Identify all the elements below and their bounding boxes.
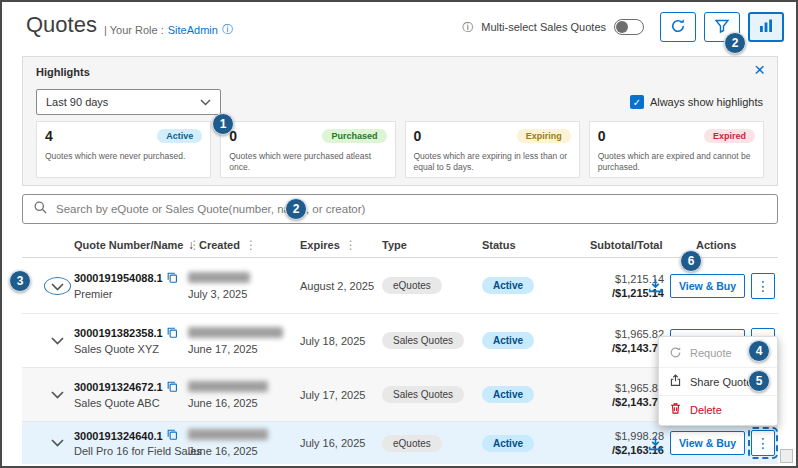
refresh-icon: [670, 18, 686, 37]
table-row: 3000191954088.1 Premier July 3, 2025 Aug…: [22, 258, 778, 314]
menu-item-label: Delete: [690, 404, 722, 416]
role-value: SiteAdmin: [168, 24, 218, 36]
status-badge: Expired: [704, 129, 755, 143]
quote-number: 3000191382358.1: [74, 327, 163, 339]
search-input[interactable]: [56, 203, 767, 215]
subtotal-cell: $1,965.82 /$2,143.79: [542, 368, 664, 421]
total-value: /$2,143.79: [612, 396, 664, 408]
type-badge: Sales Quotes: [382, 386, 464, 403]
highlight-card-expired: 0 Expired Quotes which are expired and c…: [589, 121, 764, 178]
callout-3: 3: [9, 270, 31, 292]
page-header: Quotes | Your Role : SiteAdmin ⓘ ⓘ Multi…: [2, 2, 796, 52]
card-description: Quotes which were purchased atleast once…: [229, 151, 389, 174]
page-title: Quotes: [26, 12, 97, 38]
actions-cell: View & Buy ⋮: [647, 422, 775, 464]
column-label: Actions: [696, 239, 736, 251]
column-label: Quote Number/Name: [74, 239, 183, 251]
quote-number: 3000191954088.1: [74, 272, 163, 284]
copy-icon[interactable]: [167, 381, 178, 394]
view-buy-button[interactable]: View & Buy: [670, 274, 745, 298]
role-info-icon[interactable]: ⓘ: [222, 22, 233, 37]
highlights-panel: Highlights × Last 90 days ✓ Always show …: [22, 56, 778, 186]
created-date: June 16, 2025: [188, 445, 288, 457]
column-menu-icon[interactable]: ⋮: [345, 238, 357, 252]
column-subtotal: Subtotal/Total: [590, 239, 663, 251]
type-badge: eQuotes: [382, 277, 442, 294]
card-description: Quotes which are expiring in less than o…: [414, 151, 574, 174]
multiselect-label: Multi-select Sales Quotes: [481, 21, 606, 33]
quote-cell: 3000191324640.1 Dell Pro 16 for Field Sa…: [74, 422, 204, 464]
callout-2-filter: 2: [724, 32, 746, 54]
subtotal-value: $1,965.82: [615, 328, 664, 340]
redacted-creator: [188, 327, 283, 338]
multiselect-info-icon[interactable]: ⓘ: [462, 20, 473, 35]
callout-4: 4: [748, 340, 770, 362]
highlight-card-purchased: 0 Purchased Quotes which were purchased …: [220, 121, 395, 178]
subtotal-cell: $1,215.14 /$1,215.14: [542, 258, 664, 313]
always-show-label: Always show highlights: [650, 96, 763, 108]
view-buy-button[interactable]: View & Buy: [670, 431, 745, 455]
close-icon[interactable]: ×: [754, 60, 765, 79]
callout-5: 5: [748, 370, 770, 392]
download-icon[interactable]: [647, 277, 664, 294]
bar-chart-icon: [758, 18, 774, 37]
requote-icon: [669, 346, 682, 361]
column-created[interactable]: ↓ Created ⋮: [188, 238, 257, 252]
user-role: | Your Role : SiteAdmin ⓘ: [104, 22, 233, 37]
always-show-highlights: ✓ Always show highlights: [630, 95, 763, 109]
created-cell: July 3, 2025: [188, 258, 288, 313]
column-type: Type: [382, 239, 407, 251]
expires-date: July 16, 2025: [300, 422, 390, 464]
status-badge: Active: [482, 435, 534, 452]
sort-desc-icon[interactable]: ↓: [188, 238, 194, 252]
refresh-button[interactable]: [660, 12, 696, 42]
column-label: Status: [482, 239, 516, 251]
quote-cell: 3000191954088.1 Premier: [74, 258, 186, 313]
expires-date: July 17, 2025: [300, 368, 390, 421]
copy-icon[interactable]: [167, 429, 178, 442]
quote-name: Sales Quote ABC: [74, 397, 186, 409]
column-expires[interactable]: Expires ⋮: [300, 238, 357, 252]
menu-item-label: Requote: [690, 347, 732, 359]
download-icon[interactable]: [647, 435, 664, 452]
actions-cell: View & Buy ⋮: [647, 258, 775, 313]
menu-item-delete[interactable]: Delete: [659, 395, 777, 423]
column-label: Type: [382, 239, 407, 251]
callout-1: 1: [212, 113, 234, 135]
copy-icon[interactable]: [167, 327, 178, 340]
scrollbar-corner[interactable]: [780, 449, 793, 463]
quote-name: Sales Quote XYZ: [74, 343, 186, 355]
row-expand-chevron[interactable]: [40, 314, 74, 367]
subtotal-value: $1,965.82: [615, 382, 664, 394]
created-date: June 17, 2025: [188, 343, 288, 355]
row-expand-chevron[interactable]: [40, 258, 74, 313]
trash-icon: [669, 402, 682, 417]
toggle-knob: [616, 21, 628, 33]
always-show-checkbox[interactable]: ✓: [630, 95, 644, 109]
copy-icon[interactable]: [167, 272, 178, 285]
column-label: Created: [199, 239, 240, 251]
date-range-select[interactable]: Last 90 days: [36, 89, 221, 115]
multiselect-toggle[interactable]: [614, 19, 644, 35]
column-quote-number[interactable]: Quote Number/Name ⋮: [74, 238, 200, 252]
quotes-page: Quotes | Your Role : SiteAdmin ⓘ ⓘ Multi…: [0, 0, 798, 468]
quote-name: Dell Pro 16 for Field Sales: [74, 445, 204, 457]
row-kebab-button[interactable]: ⋮: [751, 430, 775, 456]
column-menu-icon[interactable]: ⋮: [245, 238, 257, 252]
column-label: Subtotal/Total: [590, 239, 663, 251]
status-badge: Purchased: [322, 129, 386, 143]
column-label: Expires: [300, 239, 340, 251]
row-kebab-button[interactable]: ⋮: [751, 273, 775, 299]
row-expand-chevron[interactable]: [40, 368, 74, 421]
subtotal-cell: $1,965.82 /$2,143.79: [542, 314, 664, 367]
chart-view-button[interactable]: [748, 12, 784, 42]
total-value: /$2,143.79: [612, 342, 664, 354]
highlight-card-active: 4 Active Quotes which were never purchas…: [36, 121, 211, 178]
row-expand-chevron[interactable]: [40, 422, 74, 464]
redacted-creator: [188, 272, 250, 283]
created-cell: June 16, 2025: [188, 368, 288, 421]
status-badge: Active: [157, 129, 202, 143]
table-row: 3000191324640.1 Dell Pro 16 for Field Sa…: [22, 422, 778, 464]
highlight-cards: 4 Active Quotes which were never purchas…: [36, 121, 764, 178]
redacted-creator: [188, 429, 268, 440]
